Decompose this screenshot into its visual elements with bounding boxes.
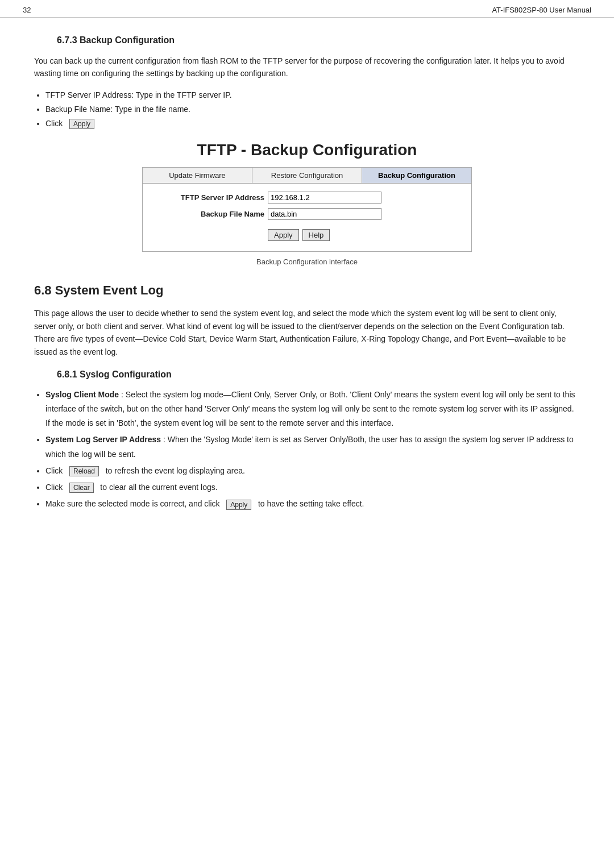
tab-backup-configuration[interactable]: Backup Configuration [362, 168, 471, 183]
section-673-bullets: TFTP Server IP Address: Type in the TFTP… [45, 88, 580, 131]
inline-clear-button[interactable]: Clear [69, 483, 94, 493]
bullet-reload: Click Reload to refresh the event log di… [45, 464, 580, 478]
bullet-3-click: Click Apply [45, 117, 580, 131]
tftp-filename-label: Backup File Name [154, 210, 268, 218]
tftp-apply-button[interactable]: Apply [268, 229, 299, 241]
section-68-heading: 6.8 System Event Log [34, 283, 580, 298]
tab-update-firmware[interactable]: Update Firmware [143, 168, 252, 183]
tftp-ip-input[interactable] [268, 192, 381, 203]
tftp-tabs: Update Firmware Restore Configuration Ba… [143, 168, 471, 184]
section-673-body: You can back up the current configuratio… [34, 55, 580, 80]
inline-reload-button[interactable]: Reload [69, 466, 99, 476]
tftp-actions: Apply Help [154, 225, 460, 243]
tftp-widget-wrapper: TFTP - Backup Configuration Update Firmw… [34, 141, 580, 266]
bullet-clear: Click Clear to clear all the current eve… [45, 480, 580, 495]
page-header: 32 AT-IFS802SP-80 User Manual [0, 0, 614, 18]
tftp-box: Update Firmware Restore Configuration Ba… [142, 167, 472, 252]
section-6-8: 6.8 System Event Log This page allows th… [34, 283, 580, 511]
inline-apply-button-2[interactable]: Apply [226, 500, 251, 510]
tftp-caption: Backup Configuration interface [34, 258, 580, 266]
bullet-1: TFTP Server IP Address: Type in the TFTP… [45, 88, 580, 102]
section-673-heading: 6.7.3 Backup Configuration [57, 35, 580, 45]
tftp-form: TFTP Server IP Address Backup File Name … [143, 184, 471, 251]
section-6-7-3: 6.7.3 Backup Configuration You can back … [34, 35, 580, 266]
tftp-filename-row: Backup File Name [154, 208, 460, 220]
bullet-2: Backup File Name: Type in the file name. [45, 102, 580, 117]
section-681-bullets: Syslog Client Mode : Select the system l… [45, 388, 580, 512]
page-content: 6.7.3 Backup Configuration You can back … [0, 18, 614, 539]
section-6-8-1: 6.8.1 Syslog Configuration Syslog Client… [34, 369, 580, 512]
bullet-syslog-client-mode: Syslog Client Mode : Select the system l… [45, 388, 580, 431]
tftp-help-button[interactable]: Help [302, 229, 330, 241]
tftp-title: TFTP - Backup Configuration [34, 141, 580, 159]
manual-title: AT-IFS802SP-80 User Manual [492, 6, 591, 14]
section-681-heading: 6.8.1 Syslog Configuration [57, 369, 580, 380]
inline-apply-button-1[interactable]: Apply [69, 119, 94, 129]
tftp-filename-input[interactable] [268, 208, 381, 220]
tftp-ip-row: TFTP Server IP Address [154, 192, 460, 203]
tab-restore-configuration[interactable]: Restore Configuration [252, 168, 362, 183]
section-68-body: This page allows the user to decide whet… [34, 307, 580, 358]
page-number: 32 [23, 6, 31, 14]
bullet-syslog-server-ip: System Log Server IP Address : When the … [45, 433, 580, 461]
page-container: 32 AT-IFS802SP-80 User Manual 6.7.3 Back… [0, 0, 614, 868]
tftp-ip-label: TFTP Server IP Address [154, 193, 268, 202]
bullet-apply: Make sure the selected mode is correct, … [45, 497, 580, 511]
